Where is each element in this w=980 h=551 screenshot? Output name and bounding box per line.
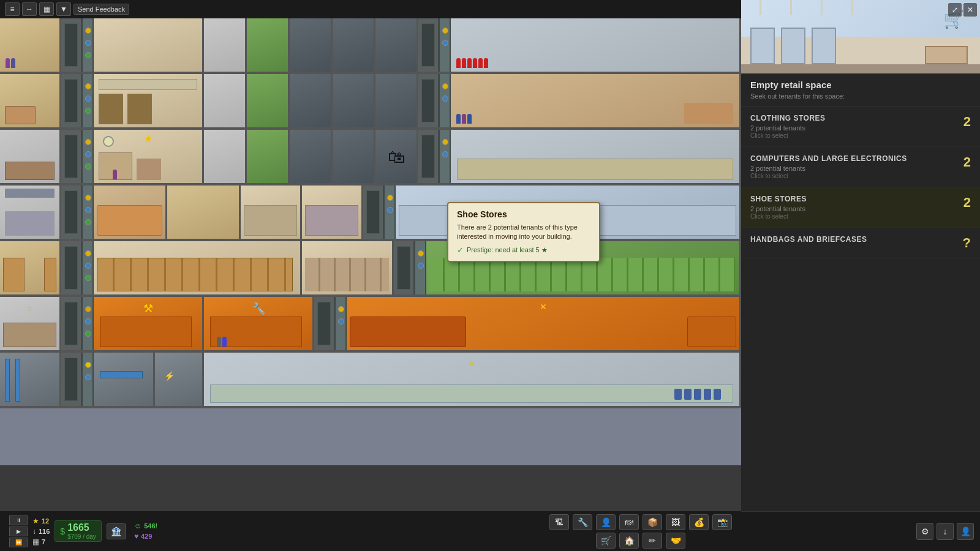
room-f4-off[interactable] xyxy=(167,186,241,239)
room-clothes-f1[interactable] xyxy=(94,18,204,72)
play-button[interactable]: ▶ xyxy=(9,527,28,536)
edit-button[interactable]: ✏ xyxy=(643,533,662,549)
pop-stat-row: ↓ 116 xyxy=(32,527,50,536)
room-green-f1[interactable] xyxy=(247,18,290,72)
computers-count: 2 potential tenants xyxy=(750,165,957,172)
secondary-stats: ☺ 546! ♥ 429 xyxy=(134,522,157,541)
room-f6-maint1[interactable]: ⚒ xyxy=(94,297,204,350)
room-f7-1[interactable] xyxy=(0,353,61,406)
util-col2-f6 xyxy=(336,297,347,350)
room-f7-lobby[interactable]: ☼ xyxy=(204,353,741,406)
room-f2-dark3[interactable] xyxy=(375,74,418,127)
tenant-item-computers[interactable]: COMPUTERS AND LARGE ELECTRONICS 2 potent… xyxy=(741,147,980,187)
room-food-f2[interactable] xyxy=(451,74,741,127)
grid-button[interactable]: ▦ xyxy=(39,2,54,16)
right-panel-controls: ⚙ ↓ 👤 xyxy=(741,511,980,551)
money-value: 1665 xyxy=(67,522,96,533)
tenant-item-handbags[interactable]: HANDBAGS AND BRIEFCASES ? xyxy=(741,228,980,259)
room-f4-food[interactable] xyxy=(94,186,167,239)
room-empty-f1[interactable] xyxy=(451,18,741,72)
user-side-button[interactable]: 👤 xyxy=(957,523,974,540)
room-f3-dark3[interactable]: 🛍 xyxy=(375,130,418,183)
floor-stat-row: ▦ 7 xyxy=(32,538,50,546)
game-viewport: ★ 🛍 xyxy=(0,0,741,551)
dropdown-button[interactable]: ▼ xyxy=(56,2,71,16)
pause-button[interactable]: ⏸ xyxy=(9,515,28,525)
room-f2-green[interactable] xyxy=(247,74,290,127)
customer-count: 546! xyxy=(144,522,157,530)
room-f5-supermarket[interactable] xyxy=(94,241,302,294)
room-f2-dark2[interactable] xyxy=(333,74,375,127)
util-col-f3 xyxy=(83,130,94,183)
home-button[interactable]: 🏠 xyxy=(619,533,639,549)
elevator2-f2 xyxy=(418,74,440,127)
feedback-button[interactable]: Send Feedback xyxy=(74,4,129,15)
handshake-button[interactable]: 🤝 xyxy=(666,533,685,549)
room-f4-cl2[interactable] xyxy=(302,186,363,239)
handbags-number: ? xyxy=(963,235,971,251)
room-empty-f3[interactable] xyxy=(451,130,741,183)
room-f7-pipe[interactable] xyxy=(94,353,155,406)
floor-5 xyxy=(0,241,741,297)
play-controls: ⏸ ▶ ⏩ xyxy=(9,515,28,547)
happiness-row: ♥ 429 xyxy=(134,532,157,541)
room-dark-f1[interactable] xyxy=(290,18,333,72)
menu-button[interactable]: ≡ xyxy=(5,2,20,16)
tooltip-desc: There are 2 potential tenants of this ty… xyxy=(457,223,590,242)
layout-button[interactable]: ↔ xyxy=(22,2,37,16)
finance-button[interactable]: 💰 xyxy=(689,514,709,530)
staff-button[interactable]: 👤 xyxy=(596,514,616,530)
room-clothes-f2[interactable] xyxy=(94,74,204,127)
room-f7-elec[interactable]: ⚡ xyxy=(155,353,204,406)
tool-row-1: 🏗 🔧 👤 🍽 📦 🖼 💰 📸 xyxy=(549,514,732,530)
stats-panel: ★ 12 ↓ 116 ▦ 7 xyxy=(32,517,50,546)
clothing-count: 2 potential tenants xyxy=(750,124,957,132)
tenant-item-shoes[interactable]: SHOE STORES 2 potential tenants Click to… xyxy=(741,187,980,228)
bank-button[interactable]: 🏦 xyxy=(107,523,126,539)
photo-button[interactable]: 📸 xyxy=(712,514,732,530)
download-side-button[interactable]: ↓ xyxy=(937,523,954,540)
room-f6-1[interactable]: ☼ xyxy=(0,297,61,350)
room-dark2-f1[interactable] xyxy=(333,18,375,72)
food-button[interactable]: 🍽 xyxy=(619,514,639,530)
room-f4-cl[interactable] xyxy=(241,186,302,239)
room-f5-shop[interactable] xyxy=(302,241,394,294)
room-f6-laundry[interactable]: ✕ ☼ xyxy=(347,297,741,350)
tooltip-title: Shoe Stores xyxy=(457,209,590,219)
elevator2-f4 xyxy=(363,186,385,239)
room-f2-1[interactable] xyxy=(0,74,61,127)
close-panel-button[interactable]: ✕ xyxy=(963,3,977,17)
req-text: Prestige: need at least 5 ★ xyxy=(467,246,548,254)
money-icon: $ xyxy=(60,527,65,536)
room-f3-office[interactable]: ★ xyxy=(94,130,204,183)
elevator2-f5 xyxy=(394,241,415,294)
settings-side-button[interactable]: ⚙ xyxy=(916,523,933,540)
image-button[interactable]: 🖼 xyxy=(666,514,685,530)
fast-forward-button[interactable]: ⏩ xyxy=(9,538,28,547)
room-f3-gray[interactable] xyxy=(204,130,247,183)
clothing-action: Click to select xyxy=(750,132,957,139)
expand-preview-button[interactable]: ⤢ xyxy=(948,3,962,17)
room-f3-dark2[interactable] xyxy=(333,130,375,183)
repair-button[interactable]: 🔧 xyxy=(573,514,592,530)
room-f2-gray[interactable] xyxy=(204,74,247,127)
room-f3-dark1[interactable] xyxy=(290,130,333,183)
room-f3-1[interactable] xyxy=(0,130,61,183)
room-f5-1[interactable] xyxy=(0,241,61,294)
room-f6-maint2[interactable]: 🔧 xyxy=(204,297,314,350)
room-f2-dark1[interactable] xyxy=(290,74,333,127)
util-col-f5 xyxy=(83,241,94,294)
star-icon: ★ xyxy=(32,517,39,525)
room-f3-green[interactable] xyxy=(247,130,290,183)
build-button[interactable]: 🏗 xyxy=(549,514,569,530)
room-gray-f1[interactable] xyxy=(204,18,247,72)
tenant-item-clothing[interactable]: CLOTHING STORES 2 potential tenants Clic… xyxy=(741,107,980,147)
computers-number: 2 xyxy=(963,154,971,170)
cart-button[interactable]: 🛒 xyxy=(596,533,616,549)
util-col-f1 xyxy=(83,18,94,72)
room-office-f1-1[interactable] xyxy=(0,18,61,72)
room-dark3-f1[interactable] xyxy=(375,18,418,72)
shoes-action: Click to select xyxy=(750,213,957,220)
room-f4-1[interactable] xyxy=(0,186,61,239)
cargo-button[interactable]: 📦 xyxy=(643,514,662,530)
